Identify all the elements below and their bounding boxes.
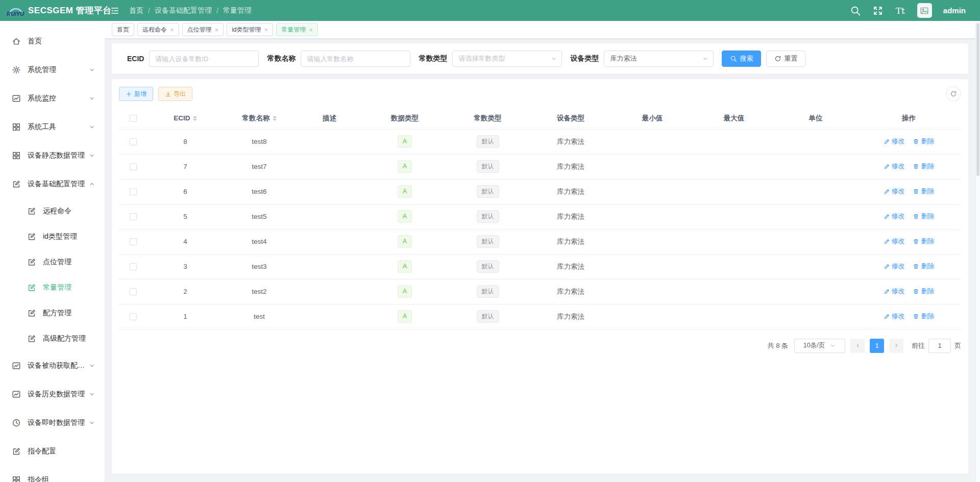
header-constant-name[interactable]: 常数名称	[224, 108, 295, 129]
edit-link[interactable]: 修改	[884, 162, 905, 171]
sidebar-item-constant-management[interactable]: 常量管理	[0, 275, 105, 300]
edit-link[interactable]: 修改	[884, 312, 905, 321]
header-min-value: 最小值	[611, 108, 693, 129]
table-card: 新增 导出 ECID	[112, 79, 968, 474]
row-checkbox[interactable]	[130, 138, 137, 145]
row-checkbox[interactable]	[130, 263, 137, 270]
hamburger-icon[interactable]	[105, 0, 125, 21]
sidebar-item-system-management[interactable]: 系统管理	[0, 56, 105, 84]
close-icon[interactable]: ×	[309, 27, 313, 33]
edit-link[interactable]: 修改	[884, 137, 905, 146]
constant-name-input[interactable]	[301, 50, 410, 67]
row-checkbox[interactable]	[130, 188, 137, 195]
tab-home[interactable]: 首页	[112, 23, 134, 36]
table-body: 8 test8 A 默认 库力索法 修改 删除	[119, 129, 961, 329]
cell-max-value	[693, 304, 775, 329]
sidebar-item-remote-command[interactable]: 远程命令	[0, 198, 105, 224]
cell-constant-type: 默认	[446, 179, 530, 204]
edit-link[interactable]: 修改	[884, 237, 905, 246]
pencil-icon	[884, 288, 890, 295]
sidebar-item-instruction-group[interactable]: 指令组	[0, 466, 105, 482]
export-button[interactable]: 导出	[158, 87, 192, 101]
tab-id-type[interactable]: id类型管理 ×	[227, 23, 273, 36]
page-size-select[interactable]: 10条/页	[794, 339, 845, 353]
chevron-down-icon	[829, 342, 836, 349]
sidebar-item-device-passive-config[interactable]: 设备被动获取配置管理	[0, 351, 105, 380]
device-type-select[interactable]: 库力索法	[604, 50, 714, 67]
tabs-bar: 首页 远程命令 × 点位管理 × id类型管理 × 常量管理 ×	[105, 21, 975, 38]
tab-point-management[interactable]: 点位管理 ×	[182, 23, 224, 36]
search-icon[interactable]	[850, 5, 861, 16]
table-row: 1 test A 默认 库力索法 修改 删除	[119, 304, 961, 329]
column-label: 设备类型	[557, 114, 584, 122]
search-button[interactable]: 搜索	[722, 50, 761, 67]
header-ecid[interactable]: ECID	[147, 108, 224, 129]
edit-link[interactable]: 修改	[884, 212, 905, 221]
edit-link[interactable]: 修改	[884, 287, 905, 296]
page-number-1[interactable]: 1	[870, 339, 884, 353]
sidebar-item-instruction-config[interactable]: 指令配置	[0, 437, 105, 466]
cell-max-value	[693, 154, 775, 179]
sidebar-item-id-type[interactable]: id类型管理	[0, 224, 105, 249]
cell-max-value	[693, 279, 775, 304]
sidebar-item-point-management[interactable]: 点位管理	[0, 249, 105, 275]
sidebar-item-system-monitor[interactable]: 系统监控	[0, 84, 105, 113]
cell-constant-name: test2	[224, 279, 295, 304]
constant-type-select[interactable]: 请选择常数类型	[452, 50, 562, 67]
header-select-all[interactable]	[119, 108, 147, 129]
page-scrollbar[interactable]	[975, 21, 980, 482]
edit-link[interactable]: 修改	[884, 187, 905, 196]
sidebar-item-device-base-config[interactable]: 设备基础配置管理	[0, 170, 105, 198]
sidebar-item-home[interactable]: 首页	[0, 27, 105, 56]
ecid-input[interactable]	[149, 50, 259, 67]
close-icon[interactable]: ×	[215, 27, 219, 33]
sidebar-item-label: id类型管理	[43, 232, 95, 241]
row-checkbox[interactable]	[130, 163, 137, 170]
avatar[interactable]	[917, 3, 932, 18]
tab-remote-command[interactable]: 远程命令 ×	[137, 23, 179, 36]
row-checkbox[interactable]	[130, 238, 137, 245]
scrollbar-thumb[interactable]	[976, 23, 979, 176]
delete-link[interactable]: 删除	[913, 137, 934, 146]
delete-link[interactable]: 删除	[913, 212, 934, 221]
edit-link[interactable]: 修改	[884, 262, 905, 271]
sort-caret-icon[interactable]	[273, 116, 277, 121]
sidebar-item-device-realtime-data[interactable]: 设备即时数据管理	[0, 409, 105, 437]
sidebar-item-device-static-data[interactable]: 设备静态数据管理	[0, 141, 105, 170]
username-label[interactable]: admin	[943, 6, 966, 15]
fullscreen-icon[interactable]	[872, 5, 884, 16]
delete-link[interactable]: 删除	[913, 262, 934, 271]
sort-caret-icon[interactable]	[193, 116, 197, 121]
delete-link[interactable]: 删除	[913, 187, 934, 196]
goto-page-input[interactable]	[928, 339, 951, 353]
row-checkbox[interactable]	[130, 288, 137, 295]
prev-page-button[interactable]	[850, 339, 865, 353]
add-button[interactable]: 新增	[119, 87, 153, 101]
sidebar-item-system-tools[interactable]: 系统工具	[0, 113, 105, 141]
tab-label: 首页	[117, 26, 129, 34]
reset-button[interactable]: 重置	[766, 50, 805, 67]
cell-ecid: 1	[147, 304, 224, 329]
cell-data-type: A	[364, 304, 446, 329]
delete-link[interactable]: 删除	[913, 237, 934, 246]
next-page-button[interactable]	[889, 339, 903, 353]
chevron-down-icon	[702, 55, 709, 62]
font-size-icon[interactable]: Tt	[895, 5, 906, 16]
close-icon[interactable]: ×	[170, 27, 174, 33]
close-icon[interactable]: ×	[264, 27, 268, 33]
delete-link[interactable]: 删除	[913, 287, 934, 296]
delete-link[interactable]: 删除	[913, 312, 934, 321]
cell-min-value	[611, 204, 693, 229]
delete-link[interactable]: 删除	[913, 162, 934, 171]
sidebar-item-recipe-management[interactable]: 配方管理	[0, 300, 105, 326]
sidebar-item-advanced-recipe[interactable]: 高级配方管理	[0, 326, 105, 351]
breadcrumb-home[interactable]: 首页	[129, 6, 143, 15]
select-all-checkbox[interactable]	[130, 115, 137, 122]
tab-constant-management[interactable]: 常量管理 ×	[276, 23, 318, 36]
page-unit-label: 页	[954, 341, 961, 350]
cell-constant-name: test5	[224, 204, 295, 229]
sidebar-item-device-history-data[interactable]: 设备历史数据管理	[0, 380, 105, 409]
refresh-table-button[interactable]	[946, 86, 961, 102]
row-checkbox[interactable]	[130, 213, 137, 220]
row-checkbox[interactable]	[130, 313, 137, 320]
